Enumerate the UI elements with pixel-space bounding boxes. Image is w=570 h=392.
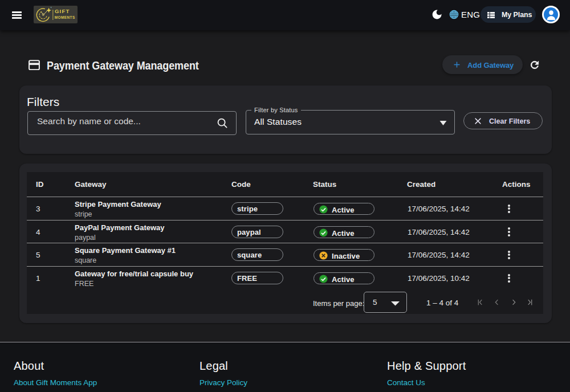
- svg-text:GIFT: GIFT: [55, 8, 70, 14]
- svg-text:MOMENTS: MOMENTS: [55, 15, 75, 19]
